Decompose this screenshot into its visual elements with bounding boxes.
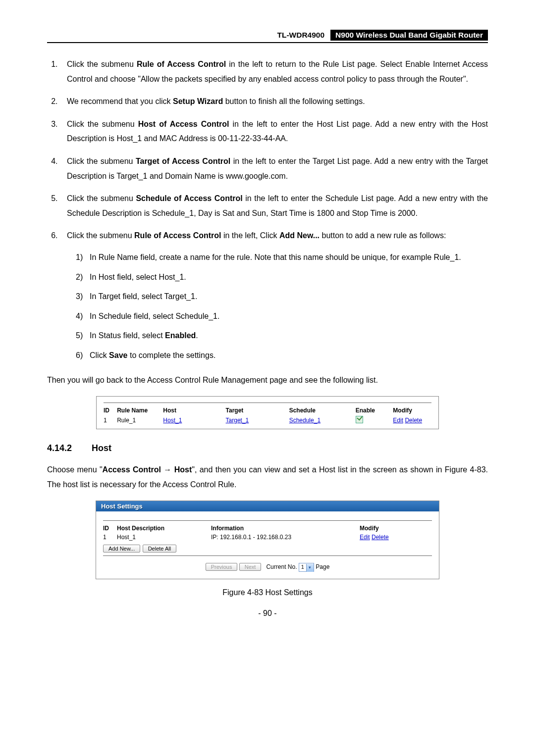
text: Click xyxy=(90,351,109,359)
page-header: TL-WDR4900 N900 Wireless Dual Band Gigab… xyxy=(47,30,488,43)
target-link[interactable]: Target_1 xyxy=(226,417,249,424)
col-modify: Modify xyxy=(360,525,419,532)
text: in the left, Click xyxy=(221,231,279,240)
chevron-down-icon: ▾ xyxy=(306,564,314,572)
enable-checkbox[interactable] xyxy=(356,416,363,423)
cell-id: 1 xyxy=(103,534,117,541)
after-list-paragraph: Then you will go back to the Access Cont… xyxy=(47,373,488,388)
text: In Rule Name field, create a name for th… xyxy=(90,253,461,261)
text: to complete the settings. xyxy=(127,351,215,359)
text-bold: Target of Access Control xyxy=(136,157,230,165)
step-2: We recommend that you click Setup Wizard… xyxy=(60,94,488,109)
page-number: - 90 - xyxy=(47,609,488,618)
section-number: 4.14.2 xyxy=(47,443,89,454)
text-bold: Rule of Access Control xyxy=(137,60,226,68)
divider xyxy=(103,555,432,556)
step-3: Click the submenu Host of Access Control… xyxy=(60,117,488,146)
delete-link[interactable]: Delete xyxy=(405,417,422,424)
pager-label-post: Page xyxy=(316,563,329,570)
col-modify: Modify xyxy=(393,407,431,414)
text: button to add a new rule as follows: xyxy=(320,231,446,240)
next-button[interactable]: Next xyxy=(239,563,262,571)
divider xyxy=(104,403,431,403)
subnum: 1) xyxy=(76,250,90,265)
cell-info: IP: 192.168.0.1 - 192.168.0.23 xyxy=(211,534,360,541)
text: Click the submenu xyxy=(67,231,134,240)
text: Click the submenu xyxy=(67,60,137,68)
text: In Target field, select Target_1. xyxy=(90,292,197,301)
delete-link[interactable]: Delete xyxy=(372,534,389,541)
pager-label-pre: Current No. xyxy=(266,563,297,570)
substep-4: 4)In Schedule field, select Schedule_1. xyxy=(76,309,488,324)
text: In Status field, select xyxy=(90,331,165,340)
text-bold: Add New... xyxy=(279,231,320,240)
page-select[interactable]: 1▾ xyxy=(299,563,314,572)
section-title: Host xyxy=(92,443,111,453)
text: Choose menu " xyxy=(47,465,103,474)
col-rulename: Rule Name xyxy=(117,407,163,414)
figure-caption: Figure 4-83 Host Settings xyxy=(47,588,488,597)
text-bold: Host xyxy=(174,465,192,474)
col-host: Host xyxy=(163,407,225,414)
text-bold: Access Control xyxy=(103,465,161,474)
text: In Host field, select Host_1. xyxy=(90,273,186,281)
cell-desc: Host_1 xyxy=(117,534,211,541)
text-bold: Rule of Access Control xyxy=(134,231,221,240)
section-heading: 4.14.2 Host xyxy=(47,443,488,454)
host-settings-panel: Host Settings ID Host Description Inform… xyxy=(96,501,439,579)
previous-button[interactable]: Previous xyxy=(206,563,238,571)
text-bold: Save xyxy=(109,351,127,359)
step-4: Click the submenu Target of Access Contr… xyxy=(60,154,488,183)
subnum: 4) xyxy=(76,309,90,324)
pager-row: Previous Next Current No. 1▾ Page xyxy=(103,560,432,574)
section-paragraph: Choose menu "Access Control → Host", and… xyxy=(47,462,488,492)
subnum: 5) xyxy=(76,328,90,343)
subnum: 6) xyxy=(76,348,90,363)
rule-table: ID Rule Name Host Target Schedule Enable… xyxy=(96,396,439,429)
host-settings-title: Host Settings xyxy=(96,501,439,511)
arrow-icon: → xyxy=(161,465,174,474)
header-model: TL-WDR4900 xyxy=(277,30,331,41)
substep-6: 6)Click Save to complete the settings. xyxy=(76,348,488,363)
cell-id: 1 xyxy=(104,417,117,424)
text: We recommend that you click xyxy=(67,97,173,105)
document-page: TL-WDR4900 N900 Wireless Dual Band Gigab… xyxy=(0,0,535,638)
edit-link[interactable]: Edit xyxy=(360,534,370,541)
text: Click the submenu xyxy=(67,157,136,165)
substep-3: 3)In Target field, select Target_1. xyxy=(76,289,488,304)
text-bold: Setup Wizard xyxy=(173,97,223,105)
schedule-link[interactable]: Schedule_1 xyxy=(289,417,321,424)
text: Click the submenu xyxy=(67,194,136,202)
text: In Schedule field, select Schedule_1. xyxy=(90,312,219,320)
main-steps-list: Click the submenu Rule of Access Control… xyxy=(47,57,488,363)
rule-table-row: 1 Rule_1 Host_1 Target_1 Schedule_1 Edit… xyxy=(104,416,431,425)
divider xyxy=(103,520,432,521)
host-buttons-row: Add New... Delete All xyxy=(103,544,432,553)
add-new-button[interactable]: Add New... xyxy=(103,545,140,553)
substep-5: 5)In Status field, select Enabled. xyxy=(76,328,488,343)
col-desc: Host Description xyxy=(117,525,211,532)
host-table-header: ID Host Description Information Modify xyxy=(103,525,432,532)
substep-1: 1)In Rule Name field, create a name for … xyxy=(76,250,488,265)
text: button to finish all the following setti… xyxy=(223,97,365,105)
delete-all-button[interactable]: Delete All xyxy=(143,545,176,553)
rule-table-header: ID Rule Name Host Target Schedule Enable… xyxy=(104,407,431,414)
col-enable: Enable xyxy=(356,407,393,414)
text-bold: Schedule of Access Control xyxy=(136,194,242,202)
step-5: Click the submenu Schedule of Access Con… xyxy=(60,191,488,220)
host-settings-body: ID Host Description Information Modify 1… xyxy=(96,511,439,579)
host-link[interactable]: Host_1 xyxy=(163,417,182,424)
text-bold: Host of Access Control xyxy=(138,120,229,128)
subnum: 3) xyxy=(76,289,90,304)
col-id: ID xyxy=(104,407,117,414)
host-table-row: 1 Host_1 IP: 192.168.0.1 - 192.168.0.23 … xyxy=(103,534,432,541)
edit-link[interactable]: Edit xyxy=(393,417,403,424)
subnum: 2) xyxy=(76,270,90,285)
text-bold: Enabled xyxy=(165,331,196,340)
col-target: Target xyxy=(226,407,289,414)
text: . xyxy=(196,331,198,340)
step-1: Click the submenu Rule of Access Control… xyxy=(60,57,488,86)
sub-steps-list: 1)In Rule Name field, create a name for … xyxy=(67,250,488,363)
step-6: Click the submenu Rule of Access Control… xyxy=(60,228,488,362)
header-product: N900 Wireless Dual Band Gigabit Router xyxy=(330,30,488,41)
